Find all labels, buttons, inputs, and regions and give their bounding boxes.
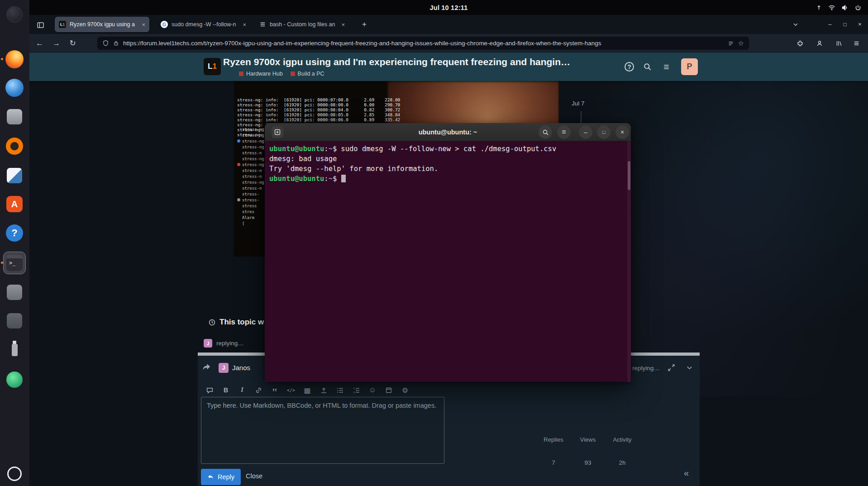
terminal-minimize-button[interactable]: –: [579, 125, 592, 139]
stat-value: 2h: [605, 459, 639, 466]
avatar[interactable]: J: [204, 339, 212, 348]
close-button[interactable]: Close: [246, 472, 262, 480]
bulleted-list-icon[interactable]: [335, 386, 344, 395]
level1techs-logo[interactable]: L1: [204, 58, 221, 75]
firefox-icon: [5, 50, 24, 68]
category-build-a-pc[interactable]: Build a PC: [291, 71, 324, 77]
terminal-titlebar[interactable]: ubuntu@ubuntu: ~ ≡ – □ ×: [265, 123, 631, 141]
log-fragment: stress-ng: [237, 144, 267, 150]
library-icon[interactable]: [833, 37, 845, 49]
url-text[interactable]: https://forum.level1techs.com/t/ryzen-97…: [123, 40, 724, 47]
help-icon[interactable]: ?: [623, 61, 635, 73]
terminal-window[interactable]: ubuntu@ubuntu: ~ ≡ – □ × ubuntu@ubuntu:~…: [265, 123, 631, 382]
window-minimize-button[interactable]: –: [824, 19, 836, 29]
dock-item-settings[interactable]: [4, 281, 25, 303]
reload-button[interactable]: ↻: [67, 37, 79, 49]
dock-item-terminal[interactable]: >_: [4, 252, 25, 274]
bookmark-star-icon[interactable]: ☆: [738, 39, 744, 48]
clock[interactable]: Jul 10 12:11: [430, 4, 468, 11]
tab-close-icon[interactable]: ×: [339, 21, 345, 28]
reply-button[interactable]: Reply: [201, 469, 241, 485]
new-tab-icon[interactable]: [272, 126, 283, 138]
topic-title[interactable]: Ryzen 9700x igpu using and I'm experienc…: [223, 57, 603, 67]
new-tab-button[interactable]: +: [358, 19, 370, 29]
hamburger-menu-icon[interactable]: ≡: [660, 61, 672, 73]
category-color-swatch: [291, 71, 295, 76]
date-time-icon[interactable]: [384, 386, 393, 395]
terminal-search-icon[interactable]: [539, 125, 552, 139]
firefox-view-icon[interactable]: [36, 20, 45, 29]
terminal-close-button[interactable]: ×: [615, 125, 629, 139]
menu-icon[interactable]: ≡: [850, 37, 863, 49]
dock-item-app-center[interactable]: A: [4, 193, 25, 215]
bold-icon[interactable]: B: [221, 386, 230, 395]
dock-item-usb-drive[interactable]: [4, 339, 25, 361]
log-level-dot: [237, 169, 240, 172]
url-bar[interactable]: https://forum.level1techs.com/t/ryzen-97…: [97, 37, 749, 50]
tab-bash-log-files[interactable]: bash - Custom log files an ×: [255, 17, 349, 32]
reply-to-avatar[interactable]: J: [219, 363, 229, 373]
options-gear-icon[interactable]: ⚙: [401, 386, 410, 395]
timeline-date[interactable]: Jul 7: [572, 100, 585, 107]
quote-post-icon[interactable]: [205, 386, 214, 395]
reader-mode-icon[interactable]: [728, 40, 734, 47]
dock-item-show-apps[interactable]: [4, 463, 25, 485]
tab-dmesg-search[interactable]: G sudo dmesg -W --follow-n ×: [157, 17, 250, 32]
system-tray[interactable]: [816, 0, 862, 15]
terminal-scrollbar[interactable]: [627, 141, 631, 382]
lock-icon[interactable]: [113, 40, 119, 46]
collapse-chevrons[interactable]: «: [684, 468, 689, 478]
list-all-tabs-icon[interactable]: [790, 19, 801, 29]
emoji-icon[interactable]: ☺: [368, 386, 377, 395]
topic-notice: This topic w: [208, 318, 264, 327]
stat-value: 93: [571, 459, 605, 466]
log-fragment: [: [237, 220, 267, 226]
terminal-body[interactable]: ubuntu@ubuntu:~$sudo dmesg -W --follow-n…: [265, 141, 631, 382]
numbered-list-icon[interactable]: 12: [352, 386, 361, 395]
dock-item-libreoffice-writer[interactable]: [4, 165, 25, 186]
composer-textarea[interactable]: [201, 397, 444, 464]
dock-item-app-sphere[interactable]: [4, 4, 25, 25]
ubuntu-logo-icon: [7, 467, 22, 481]
tab-close-icon[interactable]: ×: [139, 21, 145, 28]
window-maximize-button[interactable]: □: [839, 19, 851, 29]
dock-item-rhythmbox[interactable]: [4, 135, 25, 157]
collapse-composer-chevron-icon[interactable]: [686, 364, 693, 372]
forward-button[interactable]: →: [50, 37, 62, 49]
forum-header: L1 Ryzen 9700x igpu using and I'm experi…: [29, 52, 868, 81]
extensions-icon[interactable]: [794, 37, 806, 49]
stat-header: Views: [571, 436, 605, 443]
tracking-shield-icon[interactable]: [102, 40, 109, 47]
code-icon[interactable]: </>: [286, 386, 296, 395]
stat-value: 7: [536, 459, 571, 466]
italic-icon[interactable]: I: [238, 386, 247, 395]
category-hardware-hub[interactable]: Hardware Hub: [239, 71, 283, 77]
hyperlink-icon[interactable]: [254, 386, 263, 395]
wifi-icon: [828, 4, 835, 11]
expand-composer-icon[interactable]: [668, 364, 675, 372]
terminal-menu-icon[interactable]: ≡: [557, 125, 571, 139]
terminal-maximize-button[interactable]: □: [597, 125, 610, 139]
table-icon[interactable]: ▦: [303, 386, 312, 395]
dock-item-software-updater[interactable]: [4, 369, 25, 391]
log-fragment: stress-n: [237, 173, 267, 179]
user-avatar[interactable]: P: [681, 58, 698, 75]
blockquote-icon[interactable]: [270, 386, 279, 395]
libreoffice-writer-icon: [7, 168, 22, 183]
dock-item-help[interactable]: ?: [4, 222, 25, 244]
dock-item-firefox[interactable]: [4, 48, 25, 70]
back-button[interactable]: ←: [33, 37, 46, 49]
log-level-dot: [237, 198, 240, 201]
log-fragment: stress: [237, 203, 267, 209]
tab-ryzen-topic[interactable]: L1 Ryzen 9700x igpu using a ×: [55, 17, 149, 32]
upload-icon[interactable]: [319, 386, 328, 395]
tab-close-icon[interactable]: ×: [240, 21, 246, 28]
dock-item-utility[interactable]: [4, 310, 25, 332]
account-icon[interactable]: [813, 37, 825, 49]
terminal-scrollbar-thumb[interactable]: [628, 161, 630, 190]
search-icon[interactable]: [641, 61, 653, 73]
dock-item-thunderbird[interactable]: [4, 77, 25, 99]
log-level-dot: [237, 181, 240, 184]
window-close-button[interactable]: ×: [854, 19, 866, 29]
dock-item-files[interactable]: [4, 106, 25, 128]
